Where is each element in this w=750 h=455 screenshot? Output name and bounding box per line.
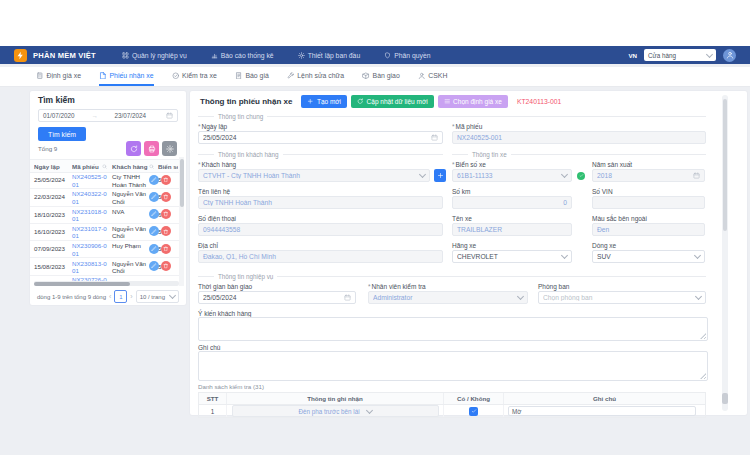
- scrollbar-thumb[interactable]: [180, 159, 184, 207]
- refresh-button[interactable]: [126, 141, 141, 156]
- date-to-value: 23/07/2024: [115, 112, 147, 119]
- ngay-lap-input[interactable]: 25/05/2024: [198, 131, 443, 144]
- delete-button[interactable]: [161, 244, 171, 254]
- table-row[interactable]: 25/05/2024 NX240525-001 Cty TNHH Hoàn Th…: [30, 171, 179, 189]
- scrollbar-down-button[interactable]: [722, 393, 728, 404]
- edit-button[interactable]: [149, 192, 159, 202]
- row-code[interactable]: NX231017-001: [72, 225, 109, 240]
- ref-code: KT240113-001: [517, 98, 561, 105]
- nav-item-label: Báo cáo thống kê: [221, 52, 274, 59]
- sync-icon: [357, 98, 364, 105]
- table-row[interactable]: 15/08/2023 NX230813-001 Nguyễn Văn Chổi …: [30, 258, 179, 276]
- dong-xe-select[interactable]: SUV: [592, 250, 705, 263]
- plus-icon: [307, 98, 314, 105]
- table-row[interactable]: 22/03/2024 NX240322-001 Nguyễn Văn Chổi …: [30, 188, 179, 206]
- date-from-value: 01/07/2020: [43, 112, 75, 119]
- pencil-icon: [151, 194, 157, 200]
- tab-phieu-nhan-xe[interactable]: Phiếu nhận xe: [99, 67, 154, 86]
- update-button[interactable]: Cập nhật dữ liệu mới: [351, 95, 434, 108]
- table-row-partial[interactable]: NX230726-001: [30, 275, 179, 281]
- khach-hang-select[interactable]: CTVHT - Cty TNHH Hoàn Thành: [198, 169, 430, 182]
- vertical-scrollbar[interactable]: [179, 157, 184, 286]
- user-avatar[interactable]: [723, 49, 736, 62]
- nav-item-reports[interactable]: Báo cáo thống kê: [211, 52, 274, 59]
- hang-xe-select[interactable]: CHEVROLET: [452, 250, 572, 263]
- table-row[interactable]: 07/09/2023 NX230906-001 Huy Phạm 51A: [30, 240, 179, 258]
- row-date: 07/09/2023: [34, 245, 72, 252]
- search-icon[interactable]: [102, 164, 107, 169]
- note-input[interactable]: Mờ: [508, 406, 696, 416]
- so-km-value: 0: [457, 199, 567, 206]
- row-code[interactable]: NX240322-001: [72, 190, 109, 205]
- store-select[interactable]: Cửa hàng: [644, 49, 716, 61]
- horizontal-scrollbar[interactable]: [34, 281, 179, 286]
- resize-handle-icon[interactable]: [700, 373, 706, 379]
- phong-ban-select[interactable]: Chọn phòng ban: [538, 291, 706, 304]
- resize-handle-icon[interactable]: [700, 333, 706, 339]
- field-label: Tên xe: [452, 215, 472, 222]
- checklist-row: 1 Đèn pha trước bên lái Mờ: [199, 405, 705, 417]
- nav-item-permissions[interactable]: Phân quyền: [384, 52, 430, 59]
- delete-button[interactable]: [161, 175, 171, 185]
- section-title-service: Thông tin nghiệp vụ: [214, 273, 277, 280]
- add-customer-button[interactable]: [434, 169, 446, 182]
- edit-button[interactable]: [149, 175, 159, 185]
- row-yes-no-cell: [444, 405, 504, 417]
- nav-item-business[interactable]: Quản lý nghiệp vụ: [122, 52, 187, 59]
- checklist-item-select[interactable]: Đèn pha trước bên lái: [232, 405, 439, 417]
- edit-button[interactable]: [149, 209, 159, 219]
- tab-cskh[interactable]: CSKH: [418, 67, 448, 86]
- tab-lenh-sua-chua[interactable]: Lệnh sửa chữa: [287, 67, 344, 86]
- prev-page-button[interactable]: ‹: [109, 293, 111, 300]
- settings-button[interactable]: [162, 141, 177, 156]
- next-page-button[interactable]: ›: [130, 293, 132, 300]
- print-button[interactable]: [144, 141, 159, 156]
- row-code[interactable]: NX230813-001: [72, 260, 109, 275]
- search-icon[interactable]: [149, 164, 154, 169]
- scrollbar-thumb[interactable]: [723, 99, 727, 231]
- language-switch[interactable]: VN: [628, 52, 637, 59]
- chevron-down-icon: [517, 293, 524, 300]
- tab-ban-giao[interactable]: Bàn giao: [362, 67, 400, 86]
- chevron-down-icon: [561, 171, 568, 178]
- chevron-down-icon: [561, 252, 568, 259]
- row-code[interactable]: NX231018-001: [72, 208, 109, 223]
- table-row[interactable]: 16/10/2023 NX231017-001 Nguyễn Văn Chổi …: [30, 223, 179, 241]
- choose-button-label: Chọn định giá xe: [453, 98, 502, 105]
- panel-scrollbar[interactable]: [722, 95, 728, 411]
- nav-item-setup[interactable]: Thiết lập ban đầu: [298, 52, 361, 59]
- nav-menu: Quản lý nghiệp vụ Báo cáo thống kê Thiết…: [122, 52, 431, 59]
- field-label: Thời gian bàn giao: [198, 283, 252, 290]
- tab-dinh-gia-xe[interactable]: Định giá xe: [36, 67, 81, 86]
- delete-button[interactable]: [161, 261, 171, 271]
- tab-bao-gia[interactable]: Báo giá: [235, 67, 269, 86]
- col-header-yes-no: Có / Không: [444, 393, 504, 404]
- delete-button[interactable]: [161, 226, 171, 236]
- tab-label: Lệnh sửa chữa: [297, 72, 344, 79]
- edit-button[interactable]: [149, 261, 159, 271]
- table-row[interactable]: 18/10/2023 NX231018-001 NVA 65A: [30, 206, 179, 224]
- y-kien-textarea[interactable]: [198, 317, 708, 341]
- date-range-input[interactable]: 01/07/2020 → 23/07/2024: [38, 109, 178, 122]
- thoi-gian-ban-giao-input[interactable]: 25/05/2024: [198, 291, 356, 304]
- user-icon: [726, 51, 734, 59]
- row-code[interactable]: NX230906-001: [72, 242, 109, 257]
- current-page[interactable]: 1: [114, 290, 127, 303]
- create-button[interactable]: Tạo mới: [301, 95, 347, 108]
- ghi-chu-textarea[interactable]: [198, 351, 708, 381]
- edit-button[interactable]: [149, 226, 159, 236]
- chevron-down-icon: [694, 252, 701, 259]
- trash-icon: [163, 263, 169, 269]
- scrollbar-thumb[interactable]: [34, 282, 130, 286]
- edit-button[interactable]: [149, 244, 159, 254]
- search-button[interactable]: Tìm kiếm: [38, 127, 86, 141]
- yes-no-checkbox[interactable]: [469, 407, 478, 416]
- row-code[interactable]: NX240525-001: [72, 173, 109, 188]
- tab-kiem-tra-xe[interactable]: Kiểm tra xe: [172, 67, 217, 86]
- choose-valuation-button[interactable]: Chọn định giá xe: [438, 95, 508, 108]
- file-icon: [99, 72, 107, 80]
- delete-button[interactable]: [161, 209, 171, 219]
- bien-so-select[interactable]: 61B1-11133: [452, 169, 572, 182]
- delete-button[interactable]: [161, 192, 171, 202]
- page-size-select[interactable]: 10 / trang: [136, 290, 179, 303]
